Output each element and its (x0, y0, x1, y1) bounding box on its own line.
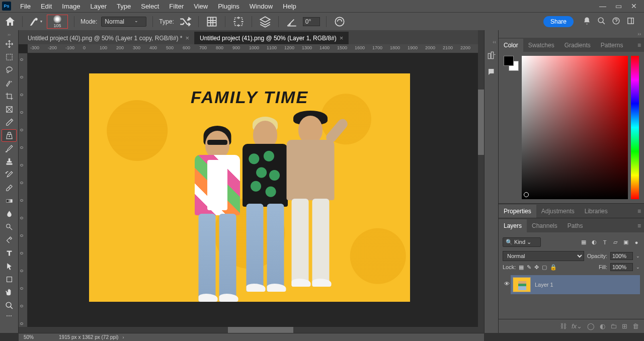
tool-preset-picker[interactable]: ▾ (29, 16, 43, 28)
layer-fx-icon[interactable]: fx⌄ (572, 322, 582, 330)
brush-preset-picker[interactable]: 105 (47, 15, 68, 29)
menu-file[interactable]: File (15, 1, 36, 12)
properties-tab[interactable]: Properties (499, 205, 536, 218)
close-tab-icon[interactable]: × (340, 34, 344, 42)
window-minimize[interactable]: — (599, 2, 606, 10)
grid-icon[interactable] (205, 16, 219, 28)
new-layer-icon[interactable]: ⊞ (622, 322, 627, 330)
menu-help[interactable]: Help (278, 1, 301, 12)
hand-tool[interactable] (2, 286, 17, 299)
layer-group-icon[interactable]: 🗀 (610, 322, 617, 330)
patterns-tab[interactable]: Patterns (596, 39, 628, 52)
help-icon[interactable] (612, 17, 620, 27)
menu-edit[interactable]: Edit (36, 1, 57, 12)
layers-tab[interactable]: Layers (499, 219, 527, 232)
opacity-input[interactable] (610, 252, 633, 260)
workspace-icon[interactable] (626, 17, 635, 27)
foreground-background-swatch[interactable] (504, 56, 519, 71)
eraser-tool[interactable] (2, 182, 17, 194)
filter-pixel-icon[interactable]: ▦ (580, 239, 587, 246)
layer-mask-icon[interactable]: ◯ (587, 322, 595, 330)
layer-blend-mode[interactable]: Normal (503, 251, 584, 261)
panel-icon-2[interactable] (487, 67, 496, 78)
history-brush-tool[interactable] (2, 168, 17, 181)
lasso-tool[interactable] (2, 64, 17, 76)
marquee-tool[interactable] (2, 51, 17, 63)
document-tab-1[interactable]: Untitled project (41).png @ 50% (Layer 1… (195, 32, 349, 44)
pen-tool[interactable] (2, 234, 17, 246)
type-tool[interactable] (2, 247, 17, 260)
color-panel-menu[interactable]: ≡ (634, 39, 644, 52)
selection-tool[interactable] (2, 77, 17, 90)
layers-icon[interactable] (258, 16, 272, 28)
crosshair-icon[interactable] (231, 16, 246, 28)
panel-icon-1[interactable] (487, 51, 496, 61)
toolbar-expand[interactable]: ›› (0, 32, 18, 37)
shape-tool[interactable] (2, 273, 17, 286)
channels-tab[interactable]: Channels (527, 219, 562, 232)
filter-adjust-icon[interactable]: ◐ (591, 239, 598, 246)
menu-image[interactable]: Image (57, 1, 85, 12)
layer-visibility-toggle[interactable]: 👁 (503, 279, 511, 289)
filter-type-icon[interactable]: T (601, 239, 608, 246)
right-panels-toggle[interactable]: ›› (499, 30, 644, 38)
gradient-tool[interactable] (2, 195, 17, 207)
shuffle-icon[interactable] (178, 16, 192, 28)
eyedropper-tool[interactable] (2, 116, 17, 129)
filter-shape-icon[interactable]: ▱ (612, 239, 619, 246)
delete-layer-icon[interactable]: 🗑 (632, 322, 639, 330)
paths-tab[interactable]: Paths (562, 219, 588, 232)
home-icon[interactable] (4, 16, 16, 28)
stamp-tool[interactable] (2, 155, 17, 168)
doc-info-chevron[interactable]: › (122, 335, 124, 340)
document-info[interactable]: 1915 px x 1362 px (72 ppi) (59, 334, 118, 340)
hue-slider[interactable] (631, 56, 639, 199)
adjustments-tab[interactable]: Adjustments (536, 205, 580, 218)
lock-paint-icon[interactable]: ✎ (527, 264, 531, 271)
menu-filter[interactable]: Filter (164, 1, 189, 12)
window-close[interactable]: ✕ (631, 2, 637, 10)
layer-thumbnail[interactable] (513, 277, 531, 292)
filter-smart-icon[interactable]: ▣ (622, 239, 629, 246)
crop-tool[interactable] (2, 90, 17, 103)
path-tool[interactable] (2, 260, 17, 273)
lock-artboard-icon[interactable]: ▢ (542, 264, 547, 271)
zoom-tool[interactable] (2, 299, 17, 312)
menu-layer[interactable]: Layer (86, 1, 112, 12)
angle-input[interactable] (303, 17, 320, 26)
adjustment-layer-icon[interactable]: ◐ (600, 322, 605, 330)
panel-collapse-toggle[interactable]: ‹‹ (493, 39, 498, 45)
pressure-icon[interactable] (333, 16, 347, 28)
brush-tool[interactable] (2, 142, 17, 155)
blend-mode-select[interactable]: Normal ⌄ (101, 17, 146, 27)
lock-all-icon[interactable]: 🔒 (550, 264, 557, 271)
menu-type[interactable]: Type (112, 1, 136, 12)
gradients-tab[interactable]: Gradients (559, 39, 596, 52)
swatches-tab[interactable]: Swatches (523, 39, 559, 52)
lock-transparency-icon[interactable]: ▦ (519, 264, 524, 271)
menu-plugins[interactable]: Plugins (213, 1, 245, 12)
healing-brush-tool[interactable] (2, 129, 17, 142)
window-maximize[interactable]: ▭ (615, 2, 622, 10)
frame-tool[interactable] (2, 103, 17, 116)
search-icon[interactable] (597, 17, 606, 27)
notifications-icon[interactable] (583, 17, 591, 27)
dodge-tool[interactable] (2, 221, 17, 233)
layer-item[interactable]: Layer 1 (511, 275, 640, 294)
menu-view[interactable]: View (189, 1, 213, 12)
zoom-level[interactable]: 50% (24, 334, 34, 340)
fill-input[interactable] (610, 263, 633, 271)
close-tab-icon[interactable]: × (185, 34, 189, 42)
color-picker[interactable] (522, 56, 628, 199)
horizontal-scrollbar[interactable] (19, 327, 484, 333)
color-tab[interactable]: Color (499, 39, 523, 52)
menu-window[interactable]: Window (245, 1, 278, 12)
menu-select[interactable]: Select (136, 1, 164, 12)
filter-toggle-icon[interactable]: ● (633, 239, 640, 246)
document-tab-0[interactable]: Untitled project (40).png @ 50% (Layer 1… (23, 32, 195, 44)
lock-position-icon[interactable]: ✥ (534, 264, 539, 271)
vertical-scrollbar[interactable] (478, 30, 484, 327)
share-button[interactable]: Share (543, 16, 574, 27)
move-tool[interactable] (2, 38, 17, 50)
layer-filter-kind[interactable]: 🔍 Kind ⌄ (503, 237, 541, 247)
